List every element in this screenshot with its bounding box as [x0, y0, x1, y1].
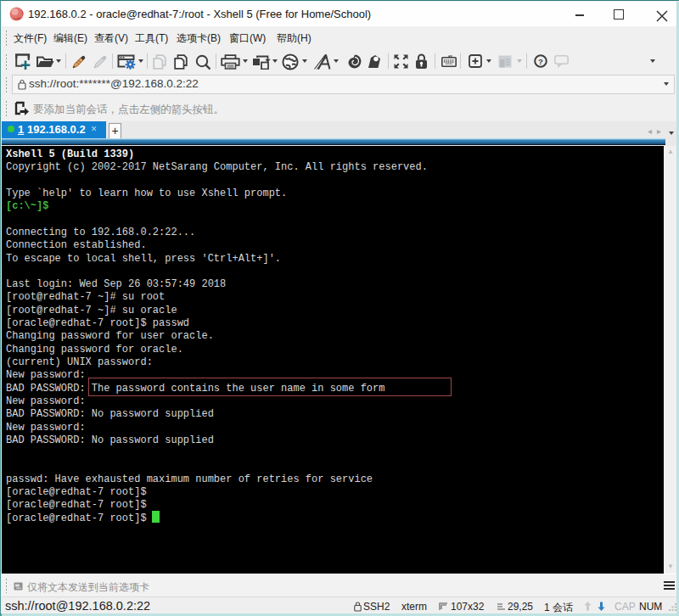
svg-text:?: ? — [538, 57, 543, 66]
